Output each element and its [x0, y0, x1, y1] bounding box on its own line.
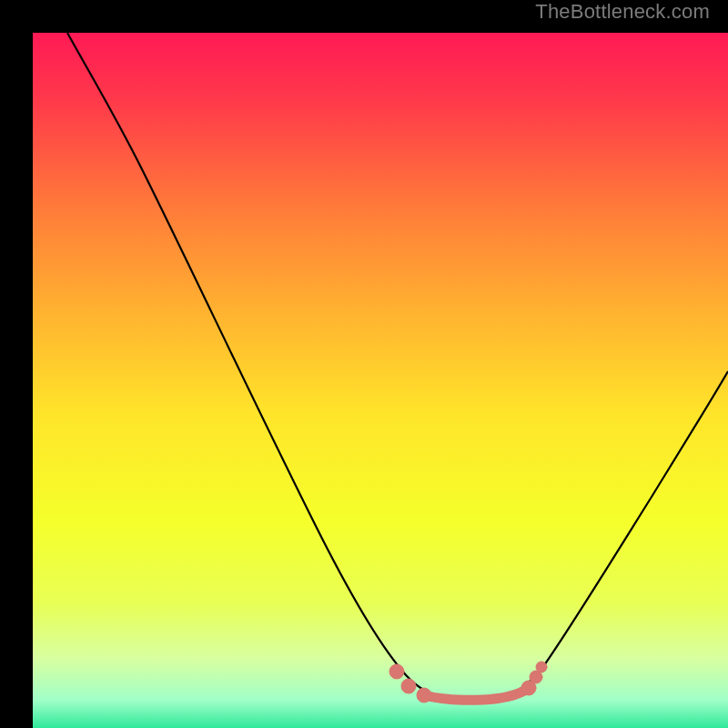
gradient-background — [33, 33, 728, 728]
bottleneck-chart — [33, 33, 728, 728]
svg-point-2 — [417, 688, 431, 703]
chart-frame — [16, 16, 712, 712]
svg-point-1 — [401, 679, 416, 693]
svg-point-5 — [536, 662, 547, 672]
svg-point-0 — [389, 664, 404, 679]
watermark-text: TheBottleneck.com — [535, 0, 710, 24]
